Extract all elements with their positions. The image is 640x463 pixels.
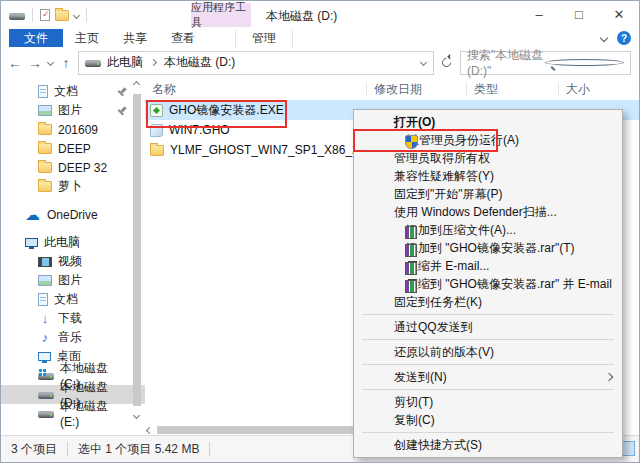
folder-icon [150,145,164,156]
context-menu-item[interactable]: 创建快捷方式(S) [354,436,622,454]
column-header[interactable]: 名称 [145,78,367,100]
context-menu: 打开(O)以管理员身份运行(A)管理员取得所有权兼容性疑难解答(Y)固定到"开始… [353,109,623,458]
scroll-up-icon[interactable] [133,81,140,88]
close-icon[interactable]: ✕ [599,1,639,27]
sidebar-item-label: 文档 [54,83,78,100]
sidebar-scrollbar[interactable] [131,78,143,422]
rar-icon [405,280,417,293]
sidebar-item[interactable]: 视频 [1,252,145,271]
menu-item-label: 压缩并 E-mail... [406,258,489,275]
menu-separator [362,339,614,340]
sidebar-item[interactable]: DEEP 32 [1,158,145,177]
drive-icon [38,411,54,418]
context-menu-item[interactable]: 压缩并 E-mail... [354,257,622,275]
pc-icon [25,238,38,247]
divider [32,8,33,22]
help-icon[interactable]: ? [617,31,631,45]
search-input[interactable]: 搜索"本地磁盘 (D:)" [460,51,631,75]
sidebar-item[interactable]: 图片 [1,101,145,120]
sidebar-item-label: OneDrive [47,208,98,222]
drive-icon [85,60,101,67]
menu-item-label: 发送到(N) [394,369,447,386]
properties-check-icon[interactable] [40,9,50,21]
menu-item-label: 管理员取得所有权 [394,150,490,167]
menu-item-label: 压缩到 "GHO镜像安装器.rar" 并 E-mail [406,276,612,293]
ribbon-collapse-icon[interactable] [600,34,608,42]
desktop-icon [38,352,51,361]
sidebar-item[interactable]: 本地磁盘 (E:) [1,404,145,423]
context-menu-item[interactable]: 以管理员身份运行(A) [354,131,622,149]
menu-item-label: 添加到压缩文件(A)... [406,222,516,239]
column-header[interactable]: 类型 [467,78,559,100]
video-icon [38,257,52,267]
context-menu-item[interactable]: 复制(C) [354,411,622,429]
breadcrumb-separator-icon [150,59,157,66]
sidebar-item-label: 萝卜 [58,178,82,195]
sidebar-item[interactable]: 萝卜 [1,177,145,196]
sidebar-item[interactable]: 此电脑 [1,233,145,252]
sidebar-item[interactable]: ♪音乐 [1,328,145,347]
sidebar-item[interactable]: 文档 [1,290,145,309]
gho-icon [150,124,163,137]
column-header[interactable]: 修改日期 [367,78,467,100]
rar-icon [405,244,417,257]
submenu-arrow-icon [605,373,613,381]
context-menu-item[interactable]: 打开(O) [354,113,622,131]
sidebar-item[interactable]: ☁OneDrive [1,205,145,224]
context-menu-item[interactable]: 发送到(N) [354,368,622,386]
tab-file[interactable]: 文件 [9,29,63,47]
context-menu-item[interactable]: 使用 Windows Defender扫描... [354,203,622,221]
sidebar-item-label: 此电脑 [44,234,80,251]
sidebar-item[interactable]: 图片 [1,271,145,290]
context-menu-item[interactable]: 添加到压缩文件(A)... [354,221,622,239]
context-menu-item[interactable]: 固定到任务栏(K) [354,293,622,311]
sidebar-item[interactable]: 201609 [1,120,145,139]
menu-item-label: 以管理员身份运行(A) [407,132,519,149]
doc-icon [38,85,48,98]
tab-home[interactable]: 主页 [63,29,111,47]
context-menu-item[interactable]: 固定到"开始"屏幕(P) [354,185,622,203]
context-menu-item[interactable]: 管理员取得所有权 [354,149,622,167]
sidebar-item-label: 音乐 [58,329,82,346]
divider [209,442,210,456]
context-menu-item[interactable]: 通过QQ发送到 [354,318,622,336]
refresh-icon[interactable] [436,58,456,67]
tab-share[interactable]: 共享 [111,29,159,47]
breadcrumb[interactable]: 此电脑本地磁盘 (D:) [78,51,434,75]
scrollbar-thumb[interactable] [133,94,141,406]
breadcrumb-item[interactable]: 此电脑 [107,54,143,71]
recent-locations-icon[interactable] [47,59,54,66]
sidebar-item[interactable]: 文档 [1,82,145,101]
context-menu-item[interactable]: 兼容性疑难解答(Y) [354,167,622,185]
context-menu-item[interactable]: 还原以前的版本(V) [354,343,622,361]
breadcrumb-item[interactable]: 本地磁盘 (D:) [164,54,235,71]
context-menu-item[interactable]: 剪切(T) [354,393,622,411]
sidebar-item[interactable]: DEEP [1,139,145,158]
new-folder-icon[interactable] [55,10,69,21]
back-icon[interactable]: ← [5,56,25,70]
context-menu-item[interactable]: 添加到 "GHO镜像安装器.rar"(T) [354,239,622,257]
tab-view[interactable]: 查看 [159,29,207,47]
scroll-down-icon[interactable] [133,412,140,419]
address-dropdown-icon[interactable] [420,59,427,66]
tab-manage[interactable]: 管理 [235,29,293,47]
file-name: WIN7.GHO [169,123,230,137]
drive-win-icon [38,373,54,380]
menu-item-label: 还原以前的版本(V) [394,344,494,361]
sidebar-item[interactable]: ↓下载 [1,309,145,328]
drive-icon [9,13,25,20]
maximize-icon[interactable]: □ [559,1,599,27]
scroll-left-icon[interactable] [146,426,153,433]
menu-item-label: 剪切(T) [394,394,433,411]
context-menu-item[interactable]: 压缩到 "GHO镜像安装器.rar" 并 E-mail [354,275,622,293]
qat-dropdown-icon[interactable] [73,11,80,18]
column-header[interactable]: 大小 [559,78,640,100]
forward-icon[interactable]: → [25,56,45,70]
shield-icon [405,135,418,149]
menu-separator [362,432,614,433]
divider [86,8,87,22]
up-icon[interactable]: ↑ [56,56,76,70]
search-placeholder: 搜索"本地磁盘 (D:)" [467,47,545,78]
minimize-icon[interactable]: – [519,1,559,27]
menu-item-label: 复制(C) [394,412,435,429]
